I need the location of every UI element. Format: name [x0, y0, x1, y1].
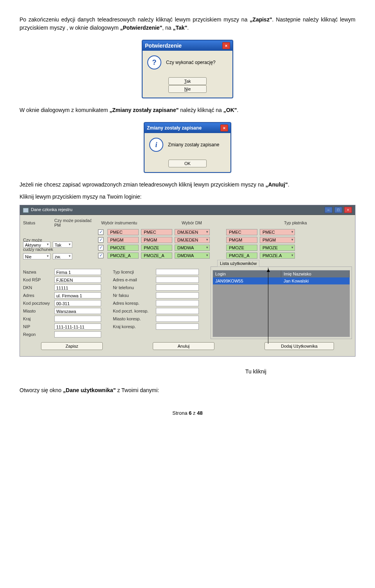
label-email: Adres e-mail	[113, 277, 154, 282]
yes-label: T	[184, 79, 186, 83]
instrument-row: ✓PMOZEPMOZEDMDWAPMOZEPMOZE	[98, 245, 352, 251]
miasto-field[interactable]: Warszawa	[54, 308, 101, 314]
checkbox[interactable]: ✓	[98, 253, 104, 258]
nip-field[interactable]: 111-111-11-11	[54, 323, 101, 330]
label-status: Status	[23, 220, 52, 225]
close-icon[interactable]: ×	[222, 42, 230, 49]
text: , na	[162, 25, 173, 31]
text-bold: „Dane użytkownika"	[63, 387, 116, 393]
kraj-kor-field[interactable]	[156, 323, 199, 330]
label-kod-kor: Kod poczt. koresp.	[113, 309, 154, 313]
nazwa-field[interactable]: Firma 1	[54, 269, 101, 275]
label-nip: NIP	[23, 324, 52, 329]
instr-c2: PMGM	[141, 237, 172, 243]
question-icon: ?	[147, 55, 161, 69]
instr-c1: PMOZE_A	[107, 252, 139, 259]
zapisz-button[interactable]: Zapisz	[41, 342, 103, 350]
kod-rsp-field[interactable]: FJEDEN	[54, 277, 101, 283]
label-dkn: DKN	[23, 285, 52, 290]
col-imie-nazw: Imię Nazwisko	[281, 270, 350, 277]
minimize-icon[interactable]: –	[325, 207, 332, 213]
label-kod-poczt: Kod pocztowy	[23, 301, 52, 306]
dialog-titlebar: Zmiany zostały zapisane ×	[145, 123, 230, 133]
text: .	[288, 181, 289, 188]
dialog-saved: Zmiany zostały zapisane × i Zmiany zosta…	[144, 122, 231, 173]
typ-lic-field[interactable]	[156, 269, 199, 275]
dm-select[interactable]: DMJEDEN	[175, 237, 210, 243]
regon-field[interactable]	[54, 331, 101, 338]
text: W oknie dialogowym z komunikatem	[20, 107, 109, 113]
arrow-line	[268, 268, 268, 344]
paragraph-5: Otworzy się okno „Dane użytkownika" z Tw…	[20, 386, 355, 394]
ok-button[interactable]: OK	[168, 160, 207, 167]
adres-field[interactable]: ul. Firmowa 1	[54, 292, 101, 298]
text-bold: „Tak"	[173, 25, 188, 31]
text-bold: „Zapisz"	[250, 16, 272, 23]
dialog-message: Czy wykonać operację?	[166, 60, 216, 65]
label-wybor-instr: Wybór instrumentu	[101, 220, 142, 225]
dm-select[interactable]: DMJEDEN	[175, 229, 210, 235]
user-row-selected[interactable]: JAN99KOW55 Jan Kowalski	[213, 277, 350, 284]
czy-dziala-select[interactable]: Nie	[23, 253, 50, 259]
dialog-message: Zmiany zostały zapisane	[168, 142, 219, 147]
email-field[interactable]	[156, 277, 199, 283]
platnik-select[interactable]: PMEC	[260, 229, 295, 235]
maximize-icon[interactable]: □	[334, 207, 342, 213]
instrument-row: ✓PMOZE_APMOZE_ADMDWAPMOZE_APMOZE.A	[98, 252, 352, 259]
fax-field[interactable]	[156, 292, 199, 298]
label-miasto-kor: Miasto koresp.	[113, 316, 154, 321]
adres-kor-field[interactable]	[156, 300, 199, 306]
yes-button[interactable]: Tak	[168, 77, 207, 85]
paragraph-3: Jeżeli nie chcesz zapisać wprowadzonych …	[20, 181, 355, 189]
platnik-select[interactable]: PMOZE.A	[260, 252, 295, 259]
label-nazwa: Nazwa	[23, 270, 52, 274]
instr-c1: PMEC	[107, 229, 139, 235]
kod-kor-field[interactable]	[156, 308, 199, 314]
miasto-kor-field[interactable]	[156, 316, 199, 322]
vat-select[interactable]: zw.	[53, 253, 72, 259]
platnik-select[interactable]: PMOZE	[260, 245, 295, 251]
label-adres: Adres	[23, 293, 52, 298]
text: Jeżeli nie chcesz zapisać wprowadzonych …	[20, 181, 265, 188]
czy-pm-select[interactable]: Tak	[53, 242, 72, 248]
instr-c4: PMEC	[226, 229, 257, 235]
app-title: Dane członka rejestru	[31, 207, 72, 212]
text: należy kliknąć na	[179, 107, 223, 113]
text-bold: „Potwierdzenie"	[120, 25, 162, 31]
instr-c4: PMOZE	[226, 245, 257, 251]
instr-c4: PMOZE_A	[226, 252, 257, 259]
status-select[interactable]: Aktywny	[23, 242, 50, 248]
dkn-field[interactable]: 11111	[54, 284, 101, 291]
anuluj-button[interactable]: Anuluj	[153, 342, 214, 350]
paragraph-2: W oknie dialogowym z komunikatem „Zmiany…	[20, 106, 355, 114]
checkbox[interactable]: ✓	[98, 229, 104, 235]
app-icon	[23, 208, 29, 213]
tel-field[interactable]	[156, 284, 199, 291]
instr-c1: PMGM	[107, 237, 139, 243]
label-regon: Regon	[23, 332, 52, 337]
callout-label: Tu kliknij	[156, 368, 355, 375]
app-titlebar: Dane członka rejestru – □ ×	[20, 205, 355, 215]
app-window: Dane członka rejestru – □ × Status Czy m…	[20, 205, 355, 357]
no-button[interactable]: Nie	[168, 85, 207, 93]
checkbox[interactable]: ✓	[98, 245, 104, 250]
platnik-select[interactable]: PMGM	[260, 237, 295, 243]
kraj-field[interactable]	[54, 316, 101, 322]
instr-c1: PMOZE	[107, 245, 139, 251]
kod-poczt-field[interactable]: 00-311	[54, 300, 101, 306]
dm-select[interactable]: DMDWA	[175, 252, 210, 259]
close-icon[interactable]: ×	[220, 124, 228, 131]
dialog-titlebar: Potwierdzenie ×	[143, 41, 232, 51]
instr-c2: PMEC	[141, 229, 172, 235]
checkbox[interactable]: ✓	[98, 237, 104, 243]
dm-select[interactable]: DMDWA	[175, 245, 210, 251]
dodaj-button[interactable]: Dodaj Użytkownika	[264, 342, 334, 350]
label-kraj: Kraj	[23, 316, 52, 321]
dialog-title: Zmiany zostały zapisane	[147, 125, 202, 131]
close-icon[interactable]: ×	[344, 207, 352, 213]
dialog-confirm: Potwierdzenie × ? Czy wykonać operację? …	[142, 40, 233, 98]
users-box-title: Lista użytkowników	[217, 260, 259, 267]
text: z Twoimi danymi:	[116, 387, 159, 393]
instr-c2: PMOZE	[141, 245, 172, 251]
info-icon: i	[149, 138, 163, 152]
